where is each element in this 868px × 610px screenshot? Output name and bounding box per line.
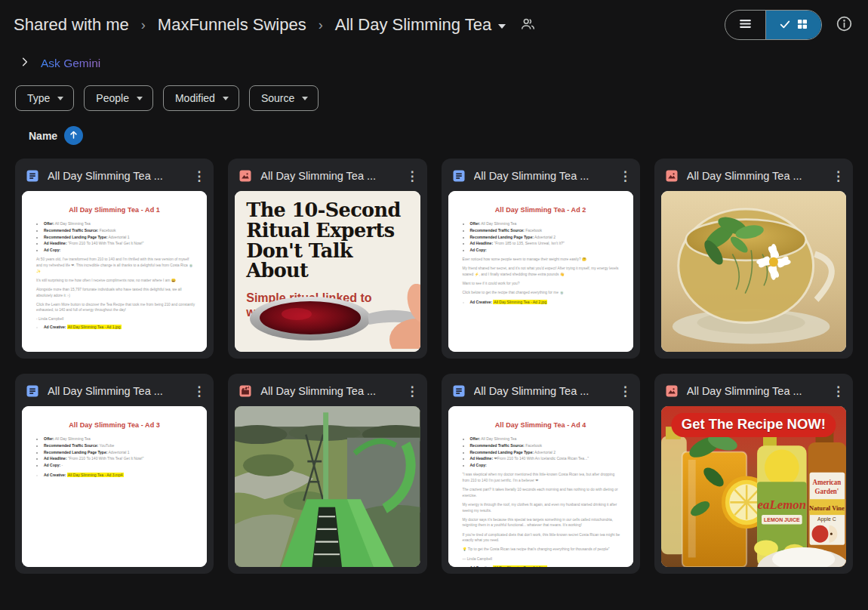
bullet-value: Facebook xyxy=(98,228,115,233)
file-card[interactable]: All Day Slimming Tea ...⋮All Day Slimmin… xyxy=(442,159,640,359)
doc-bullet-item: Recommended Traffic Source: Facebook xyxy=(470,442,621,449)
bullet-label: Ad Headline: xyxy=(44,456,67,461)
more-options-button[interactable]: ⋮ xyxy=(827,385,848,398)
bullet-value: All Day Slimming Tea xyxy=(480,221,516,226)
file-card[interactable]: All Day Slimming Tea ...⋮All Day Slimmin… xyxy=(442,374,640,574)
file-card-header: All Day Slimming Tea ...⋮ xyxy=(228,159,426,191)
bullet-label: Ad Headline: xyxy=(470,241,494,245)
filter-chip-source[interactable]: Source xyxy=(249,85,319,111)
bullet-value: Advertorial 1 xyxy=(107,450,129,454)
file-card[interactable]: All Day Slimming Tea ...⋮ xyxy=(228,374,426,574)
info-icon xyxy=(836,15,853,35)
ad-headline-text: The 10-Second Ritual Experts Don't Talk … xyxy=(235,191,420,281)
file-title: All Day Slimming Tea ... xyxy=(474,385,589,397)
sort-ascending-button[interactable] xyxy=(64,126,83,145)
view-details-button[interactable] xyxy=(836,15,853,35)
bullet-label: Offer: xyxy=(44,436,54,441)
doc-thumbnail: All Day Slimming Tea - Ad 3Offer: All Da… xyxy=(22,406,207,567)
file-title: All Day Slimming Tea ... xyxy=(687,385,802,397)
doc-bullet-item: Recommended Landing Page Type: Advertori… xyxy=(470,234,621,241)
file-thumbnail[interactable]: All Day Slimming Tea - Ad 3Offer: All Da… xyxy=(22,406,207,567)
more-options-button[interactable]: ⋮ xyxy=(402,170,423,183)
file-title: All Day Slimming Tea ... xyxy=(260,385,376,397)
breadcrumb-maxfunnels-swipes[interactable]: MaxFunnels Swipes xyxy=(158,15,306,35)
chevron-down-icon xyxy=(223,97,229,100)
doc-heading: All Day Slimming Tea - Ad 1 xyxy=(34,206,195,214)
doc-paragraph: If you're tired of complicated diets tha… xyxy=(463,532,621,544)
bullet-value: - xyxy=(60,463,63,467)
doc-creative-item: Ad Creative: All Day Slimming Tea - Ad 4… xyxy=(470,565,621,567)
file-card-header: All Day Slimming Tea ...⋮ xyxy=(228,374,426,406)
doc-bullet-item: Ad Headline: "From 210 To 140 With This … xyxy=(44,455,195,462)
doc-creative-item: Ad Creative: All Day Slimming Tea - Ad 3… xyxy=(44,472,195,479)
more-options-button[interactable]: ⋮ xyxy=(614,385,636,398)
vertical-dots-icon: ⋮ xyxy=(406,384,419,399)
bottle-label-realemon: eaLemon xyxy=(757,497,806,511)
bullet-label: Ad Headline: xyxy=(44,241,67,245)
more-options-button[interactable]: ⋮ xyxy=(827,170,848,183)
breadcrumb-separator-icon: › xyxy=(318,17,324,33)
google-doc-icon xyxy=(26,384,39,398)
arrow-up-icon xyxy=(68,129,79,143)
bullet-label: Recommended Traffic Source: xyxy=(470,228,525,233)
bullet-value: Advertorial 2 xyxy=(534,450,556,454)
doc-paragraph: At 50 years old, I've transformed from 2… xyxy=(36,257,195,274)
breadcrumb-shared-with-me[interactable]: Shared with me xyxy=(14,15,129,35)
doc-bullet-item: Recommended Traffic Source: YouTube xyxy=(44,442,195,449)
bullet-value: Advertorial 2 xyxy=(534,235,556,239)
creative-label: Ad Creative: xyxy=(44,325,66,329)
vertical-dots-icon: ⋮ xyxy=(832,169,845,183)
doc-paragraph: "I was skeptical when my doctor mentione… xyxy=(463,472,621,483)
filter-chip-modified[interactable]: Modified xyxy=(163,85,239,111)
doc-bullet-item: Offer: All Day Slimming Tea xyxy=(44,436,195,442)
top-bar: Shared with me › MaxFunnels Swipes › All… xyxy=(0,0,868,46)
list-view-button[interactable] xyxy=(725,11,766,39)
more-options-button[interactable]: ⋮ xyxy=(402,385,423,398)
more-options-button[interactable]: ⋮ xyxy=(188,170,209,183)
bullet-value: "From 210 To 140 With This Tea! Get It N… xyxy=(67,241,144,245)
grid-view-button[interactable] xyxy=(766,11,821,39)
file-card[interactable]: All Day Slimming Tea ...⋮The 10-Second R… xyxy=(228,159,426,359)
file-thumbnail[interactable]: All Day Slimming Tea - Ad 1Offer: All Da… xyxy=(22,191,207,352)
file-card[interactable]: All Day Slimming Tea ...⋮All Day Slimmin… xyxy=(15,159,214,359)
bullet-label: Offer: xyxy=(470,221,481,226)
file-thumbnail[interactable]: eaLemon LEMON JUICE American Garden' Nat… xyxy=(661,406,846,567)
bottom-spacer xyxy=(0,574,868,593)
file-title: All Day Slimming Tea ... xyxy=(48,385,163,397)
manage-members-button[interactable] xyxy=(519,16,536,35)
file-title: All Day Slimming Tea ... xyxy=(687,170,802,182)
bullet-label: Ad Copy: xyxy=(470,248,487,252)
vertical-dots-icon: ⋮ xyxy=(192,169,205,183)
file-card[interactable]: All Day Slimming Tea ...⋮All Day Slimmin… xyxy=(15,374,214,574)
file-card[interactable]: All Day Slimming Tea ...⋮ xyxy=(654,374,853,574)
chevron-right-icon[interactable] xyxy=(20,57,30,70)
recipe-banner-text: Get The Recipe NOW! xyxy=(672,413,836,437)
doc-paragraph: My friend shared her secret, and it's no… xyxy=(463,266,621,277)
spoon-photo xyxy=(235,284,420,352)
filter-chip-people[interactable]: People xyxy=(84,85,153,111)
sort-by-name-label[interactable]: Name xyxy=(29,130,57,142)
bottle-label-american: American xyxy=(812,479,841,486)
file-thumbnail[interactable] xyxy=(661,191,846,352)
ask-gemini-link[interactable]: Ask Gemini xyxy=(41,57,100,70)
grid-view-icon xyxy=(796,18,808,32)
bullet-value: All Day Slimming Tea xyxy=(54,436,91,441)
file-thumbnail[interactable]: All Day Slimming Tea - Ad 2Offer: All Da… xyxy=(448,191,633,352)
file-card[interactable]: All Day Slimming Tea ...⋮ xyxy=(654,159,853,359)
more-options-button[interactable]: ⋮ xyxy=(188,385,209,398)
more-options-button[interactable]: ⋮ xyxy=(614,170,636,183)
creative-label: Ad Creative: xyxy=(470,565,492,567)
bullet-label: Recommended Traffic Source: xyxy=(470,443,525,448)
bullet-value: "From 210 To 140 With This Tea! Get It N… xyxy=(67,456,144,461)
file-thumbnail[interactable] xyxy=(235,406,420,567)
google-doc-icon xyxy=(452,384,466,398)
vertical-dots-icon: ⋮ xyxy=(192,384,205,399)
filter-chip-type[interactable]: Type xyxy=(15,85,74,111)
bullet-label: Ad Copy: xyxy=(44,463,60,467)
file-thumbnail[interactable]: All Day Slimming Tea - Ad 4Offer: All Da… xyxy=(448,406,633,567)
breadcrumb-current-folder[interactable]: All Day Slimming Tea xyxy=(335,15,506,35)
creative-value-highlighted: All Day Slimming Tea - Ad 1.jpg xyxy=(67,325,122,329)
file-thumbnail[interactable]: The 10-Second Ritual Experts Don't Talk … xyxy=(235,191,420,352)
file-title: All Day Slimming Tea ... xyxy=(474,170,589,182)
doc-bullet-item: Recommended Landing Page Type: Advertori… xyxy=(470,449,621,456)
